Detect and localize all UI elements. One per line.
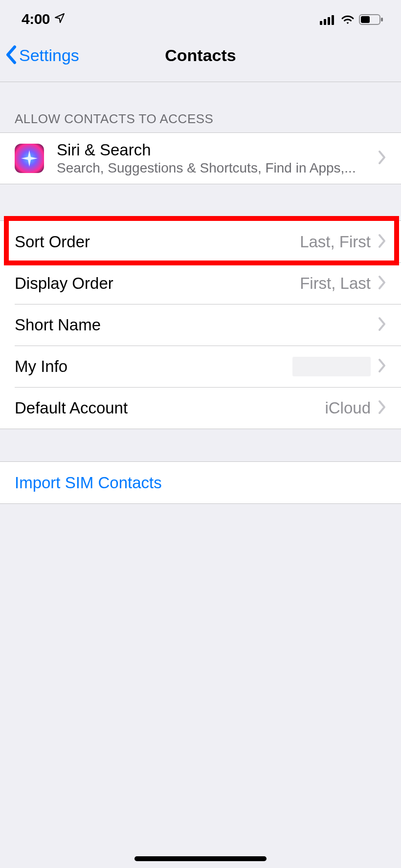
row-title: Siri & Search xyxy=(57,141,378,159)
cellular-signal-icon xyxy=(320,14,336,27)
section-header-access: ALLOW CONTACTS TO ACCESS xyxy=(0,82,401,132)
chevron-right-icon xyxy=(378,275,386,292)
location-icon xyxy=(54,12,66,26)
svg-rect-0 xyxy=(320,21,322,25)
row-subtitle: Search, Suggestions & Shortcuts, Find in… xyxy=(57,160,378,176)
row-import-sim[interactable]: Import SIM Contacts xyxy=(0,462,401,503)
row-label: My Info xyxy=(15,357,292,376)
chevron-right-icon xyxy=(378,234,386,250)
row-label: Default Account xyxy=(15,399,325,417)
svg-rect-3 xyxy=(332,15,334,25)
action-label: Import SIM Contacts xyxy=(15,474,162,492)
back-button[interactable]: Settings xyxy=(5,45,79,66)
chevron-right-icon xyxy=(378,150,386,167)
list-group-access: Siri & Search Search, Suggestions & Shor… xyxy=(0,132,401,184)
svg-rect-2 xyxy=(328,17,330,25)
svg-rect-5 xyxy=(381,18,383,22)
chevron-right-icon xyxy=(378,317,386,333)
wifi-icon xyxy=(340,14,355,27)
svg-rect-1 xyxy=(324,19,326,25)
row-default-account[interactable]: Default Account iCloud xyxy=(0,387,401,429)
status-time: 4:00 xyxy=(22,11,50,27)
chevron-right-icon xyxy=(378,358,386,375)
row-my-info[interactable]: My Info xyxy=(0,346,401,387)
status-right xyxy=(320,14,383,27)
section-spacer xyxy=(0,184,401,220)
chevron-right-icon xyxy=(378,400,386,416)
row-value: iCloud xyxy=(325,399,371,417)
row-label: Sort Order xyxy=(15,233,300,251)
row-short-name[interactable]: Short Name xyxy=(0,304,401,346)
nav-bar: Settings Contacts xyxy=(0,29,401,82)
chevron-left-icon xyxy=(5,45,18,66)
list-group-contacts: Sort Order Last, First Display Order Fir… xyxy=(0,220,401,429)
row-value: First, Last xyxy=(300,274,371,293)
status-bar: 4:00 xyxy=(0,0,401,29)
back-label: Settings xyxy=(19,46,79,65)
row-text-stack: Siri & Search Search, Suggestions & Shor… xyxy=(57,141,378,176)
section-spacer xyxy=(0,429,401,461)
row-display-order[interactable]: Display Order First, Last xyxy=(0,262,401,304)
status-left: 4:00 xyxy=(22,11,66,27)
siri-icon xyxy=(15,144,44,173)
home-indicator[interactable] xyxy=(134,856,267,861)
row-siri-search[interactable]: Siri & Search Search, Suggestions & Shor… xyxy=(0,133,401,184)
redacted-value xyxy=(292,357,371,376)
row-sort-order[interactable]: Sort Order Last, First xyxy=(0,221,401,262)
battery-icon xyxy=(359,14,383,27)
row-label: Display Order xyxy=(15,274,300,293)
row-value: Last, First xyxy=(300,233,371,251)
svg-rect-6 xyxy=(361,16,370,23)
list-group-import: Import SIM Contacts xyxy=(0,461,401,504)
row-label: Short Name xyxy=(15,316,378,334)
